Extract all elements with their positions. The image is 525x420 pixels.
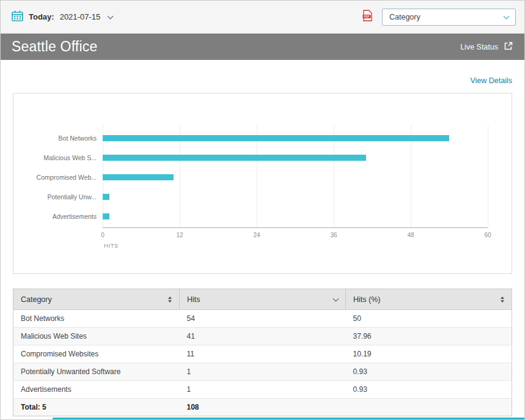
cell-category: Potentially Unwanted Software <box>13 363 180 381</box>
cell-hits-pct <box>346 399 512 416</box>
cell-category: Total: 5 <box>13 399 180 416</box>
page-header: Seattle Office Live Status <box>1 34 524 60</box>
column-label: Hits <box>187 295 200 304</box>
date-range-picker[interactable]: Today: 2021-07-15 <box>12 10 112 24</box>
table-header: CategoryHitsHits (%) <box>13 289 512 310</box>
bar-category-label: Malicious Web S... <box>43 154 97 161</box>
calendar-icon <box>12 10 23 24</box>
date-label: Today: <box>29 12 54 21</box>
table-row[interactable]: Advertisements10.93 <box>13 381 512 399</box>
report-page: Today: 2021-07-15 PDF Category Seattle O… <box>0 0 525 420</box>
hits-bar-chart: 01224364860Bot NetworksMalicious Web S..… <box>13 93 512 274</box>
column-header-category[interactable]: Category <box>13 289 180 310</box>
top-toolbar: Today: 2021-07-15 PDF Category <box>1 1 524 34</box>
table-total-row[interactable]: Total: 5108 <box>13 399 512 416</box>
view-details-row: View Details <box>1 60 524 93</box>
table-row[interactable]: Compromised Websites1110.19 <box>13 345 512 363</box>
bar[interactable] <box>103 155 366 161</box>
chevron-down-icon <box>504 13 510 19</box>
table-row[interactable]: Potentially Unwanted Software10.93 <box>13 363 512 381</box>
external-link-icon <box>504 41 513 53</box>
x-tick-label: 60 <box>484 232 491 238</box>
live-status-button[interactable]: Live Status <box>460 41 513 53</box>
cell-hits: 11 <box>180 345 346 363</box>
x-tick-label: 48 <box>407 232 414 238</box>
bar-category-label: Compromised Web... <box>37 174 97 181</box>
bar-row: Compromised Web... <box>103 174 488 180</box>
x-tick-label: 0 <box>101 232 105 238</box>
cell-hits: 1 <box>180 381 346 399</box>
cell-hits-pct: 0.93 <box>346 363 512 381</box>
category-table: CategoryHitsHits (%) Bot Networks5450Mal… <box>13 289 512 416</box>
page-title: Seattle Office <box>12 39 97 55</box>
category-dropdown[interactable]: Category <box>382 9 516 26</box>
column-label: Category <box>21 295 52 304</box>
column-label: Hits (%) <box>353 295 380 304</box>
pdf-export-icon[interactable]: PDF <box>362 10 372 24</box>
cell-hits: 54 <box>180 310 346 328</box>
gridline <box>488 125 488 227</box>
sort-icon <box>168 297 172 303</box>
cell-hits: 41 <box>180 328 346 345</box>
table-row[interactable]: Bot Networks5450 <box>13 310 512 328</box>
chart-plot: 01224364860Bot NetworksMalicious Web S..… <box>103 125 488 228</box>
x-tick-label: 36 <box>330 232 337 238</box>
chevron-down-icon <box>108 13 114 19</box>
toolbar-right: PDF Category <box>362 9 516 26</box>
category-dropdown-value: Category <box>389 13 420 21</box>
column-header-hits-[interactable]: Hits (%) <box>346 289 512 310</box>
bar[interactable] <box>103 174 174 180</box>
bar[interactable] <box>103 213 109 219</box>
cell-hits-pct: 37.96 <box>346 328 512 345</box>
cell-category: Malicious Web Sites <box>13 328 180 345</box>
cell-category: Compromised Websites <box>13 345 180 363</box>
svg-text:PDF: PDF <box>364 15 369 18</box>
bar-row: Potentially Unw... <box>103 194 488 200</box>
bar-row: Bot Networks <box>103 135 488 141</box>
next-section-edge <box>53 418 524 419</box>
cell-hits: 1 <box>180 363 346 381</box>
cell-hits: 108 <box>180 399 346 416</box>
bar-category-label: Potentially Unw... <box>47 193 97 201</box>
sort-desc-icon <box>333 295 339 301</box>
bar[interactable] <box>103 194 109 200</box>
cell-category: Advertisements <box>13 381 180 399</box>
x-tick-label: 24 <box>253 232 260 238</box>
cell-hits-pct: 50 <box>346 310 512 328</box>
x-tick-label: 12 <box>176 232 183 238</box>
bar-row: Advertisements <box>103 213 488 219</box>
cell-category: Bot Networks <box>13 310 180 328</box>
bar-category-label: Advertisements <box>53 213 97 220</box>
x-axis-title: HITS <box>104 242 119 249</box>
cell-hits-pct: 10.19 <box>346 345 512 363</box>
sort-icon <box>501 297 504 303</box>
table-row[interactable]: Malicious Web Sites4137.96 <box>13 328 512 345</box>
view-details-link[interactable]: View Details <box>470 76 512 85</box>
date-value: 2021-07-15 <box>60 12 101 21</box>
table-header-row: CategoryHitsHits (%) <box>13 289 512 310</box>
bar-row: Malicious Web S... <box>103 155 488 161</box>
cell-hits-pct: 0.93 <box>346 381 512 399</box>
bar[interactable] <box>103 135 449 141</box>
column-header-hits[interactable]: Hits <box>180 289 346 310</box>
live-status-label: Live Status <box>460 43 498 51</box>
category-table-wrap: CategoryHitsHits (%) Bot Networks5450Mal… <box>13 289 512 416</box>
table-body: Bot Networks5450Malicious Web Sites4137.… <box>13 310 512 416</box>
bar-category-label: Bot Networks <box>59 134 97 142</box>
